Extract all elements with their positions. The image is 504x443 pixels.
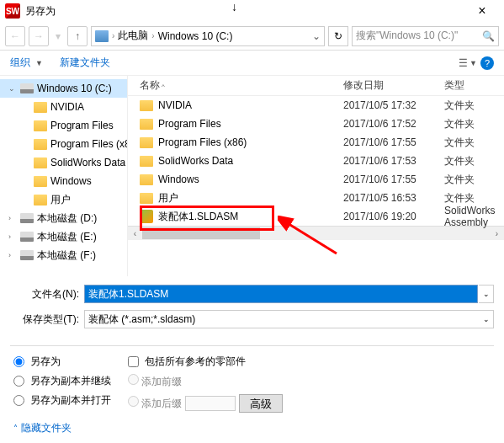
option-saveas-copy-continue[interactable]: 另存为副本并继续	[13, 374, 111, 388]
expander-icon[interactable]: ⌄	[8, 84, 17, 93]
path-dropdown-icon[interactable]: ⌄	[312, 30, 321, 42]
column-header-date[interactable]: 修改日期	[343, 78, 444, 93]
path-segment-pc[interactable]: 此电脑	[118, 29, 148, 43]
expander-icon[interactable]: ›	[8, 232, 17, 241]
nav-forward-button[interactable]: →	[29, 26, 49, 46]
file-row[interactable]: 装配体1.SLDASM2017/10/6 19:20SolidWorks Ass…	[128, 207, 504, 226]
option-add-suffix: 添加后缀	[128, 396, 182, 411]
drive-icon	[20, 250, 34, 260]
file-date: 2017/10/6 17:52	[343, 118, 444, 130]
scroll-left-icon[interactable]: ‹	[128, 229, 142, 238]
filename-dropdown[interactable]: ⌄	[479, 285, 494, 303]
solidworks-icon: SW	[5, 3, 20, 19]
folder-icon	[34, 176, 47, 187]
organize-menu[interactable]: 组织	[10, 56, 30, 70]
column-header-name[interactable]: 名称^	[128, 78, 343, 93]
file-date: 2017/10/6 17:55	[343, 136, 444, 148]
chevron-up-icon: ˄	[13, 424, 18, 433]
tree-item-label: 本地磁盘 (E:)	[37, 230, 97, 244]
file-list[interactable]: 名称^ 修改日期 类型 NVIDIA2017/10/5 17:32文件夹Prog…	[128, 76, 504, 276]
new-folder-button[interactable]: 新建文件夹	[60, 56, 110, 70]
option-saveas[interactable]: 另存为	[13, 355, 111, 369]
tree-item-label: NVIDIA	[50, 101, 84, 113]
tree-item[interactable]: ›本地磁盘 (E:)	[0, 227, 127, 246]
tree-item-label: SolidWorks Data	[50, 157, 125, 168]
search-input[interactable]: 搜索"Windows 10 (C:)" 🔍	[352, 26, 499, 46]
filetype-label: 保存类型(T):	[10, 312, 84, 327]
folder-tree[interactable]: ⌄Windows 10 (C:)NVIDIAProgram FilesProgr…	[0, 76, 128, 276]
file-row[interactable]: SolidWorks Data2017/10/6 17:53文件夹	[128, 152, 504, 170]
tree-item-label: Windows	[50, 175, 92, 187]
expander-icon[interactable]: ›	[8, 251, 17, 259]
tree-item[interactable]: Program Files	[0, 116, 127, 135]
tree-item[interactable]: SolidWorks Data	[0, 153, 127, 172]
file-type: 文件夹	[444, 136, 504, 150]
close-button[interactable]: ×	[465, 3, 499, 19]
view-options-button[interactable]: ☰▼	[459, 56, 477, 71]
file-name: 装配体1.SLDASM	[158, 210, 238, 224]
file-row[interactable]: Program Files (x86)2017/10/6 17:55文件夹	[128, 133, 504, 152]
advanced-button[interactable]: 高级	[239, 394, 283, 413]
drive-icon	[20, 83, 34, 93]
file-date: 2017/10/6 17:55	[343, 173, 444, 185]
file-row[interactable]: Program Files2017/10/6 17:52文件夹	[128, 115, 504, 133]
option-include-refs[interactable]: 包括所有参考的零部件	[128, 355, 283, 369]
folder-icon	[140, 100, 153, 111]
tree-item[interactable]: 用户	[0, 190, 127, 209]
tree-item-label: 本地磁盘 (D:)	[37, 211, 97, 226]
file-date: 2017/10/6 19:20	[343, 211, 444, 222]
folder-icon	[34, 139, 47, 150]
drive-icon	[20, 213, 34, 223]
file-type: 文件夹	[444, 99, 504, 113]
folder-icon	[140, 156, 153, 167]
folder-icon	[140, 174, 153, 185]
tree-item[interactable]: Windows	[0, 172, 127, 190]
drive-icon	[20, 232, 34, 242]
file-row[interactable]: Windows2017/10/6 17:55文件夹	[128, 170, 504, 189]
tree-item[interactable]: NVIDIA	[0, 98, 127, 116]
tree-item-label: Program Files	[50, 120, 114, 131]
tree-item[interactable]: ›本地磁盘 (F:)	[0, 246, 127, 264]
search-icon: 🔍	[482, 30, 495, 42]
scroll-thumb[interactable]	[142, 227, 260, 239]
file-name: Program Files (x86)	[158, 136, 247, 148]
search-placeholder: 搜索"Windows 10 (C:)"	[356, 29, 458, 43]
option-saveas-copy-open[interactable]: 另存为副本并打开	[13, 393, 111, 408]
path-separator-icon: ›	[112, 31, 114, 40]
file-type: 文件夹	[444, 154, 504, 168]
folder-icon	[140, 193, 153, 204]
file-name: Windows	[158, 173, 199, 185]
expander-icon[interactable]: ›	[8, 214, 17, 222]
scroll-right-icon[interactable]: ›	[490, 229, 504, 238]
tree-item[interactable]: Program Files (x86)	[0, 135, 127, 153]
tree-item[interactable]: ⌄Windows 10 (C:)	[0, 79, 127, 98]
folder-icon	[34, 195, 47, 205]
folder-icon	[34, 102, 47, 113]
assembly-icon	[140, 210, 153, 223]
nav-recent-dropdown[interactable]: ▾	[52, 26, 64, 46]
nav-back-button[interactable]: ←	[5, 26, 25, 46]
window-title: 另存为	[25, 4, 465, 19]
address-path[interactable]: › 此电脑 › Windows 10 (C:) ⌄	[91, 26, 325, 46]
path-segment-drive[interactable]: Windows 10 (C:)	[158, 30, 233, 42]
refresh-button[interactable]: ↻	[328, 26, 348, 46]
file-date: 2017/10/5 17:32	[343, 99, 444, 111]
file-name: NVIDIA	[158, 99, 192, 111]
filename-input[interactable]: 装配体1.SLDASM	[84, 285, 478, 303]
tree-item-label: Program Files (x86)	[50, 138, 128, 150]
sort-indicator-icon: ^	[162, 83, 165, 90]
filetype-select[interactable]: 装配体 (*.asm;*.sldasm)⌄	[84, 310, 494, 328]
file-row[interactable]: NVIDIA2017/10/5 17:32文件夹	[128, 96, 504, 115]
folder-icon	[34, 120, 47, 131]
tree-item[interactable]: ›本地磁盘 (D:)	[0, 209, 127, 227]
down-arrow-icon: ↓	[231, 0, 237, 13]
folder-icon	[140, 119, 153, 130]
column-header-type[interactable]: 类型	[444, 78, 504, 93]
filename-label: 文件名(N):	[10, 287, 84, 302]
file-date: 2017/10/6 17:53	[343, 155, 444, 167]
nav-up-button[interactable]: ↑	[67, 26, 88, 46]
file-name: 用户	[158, 191, 178, 205]
help-icon[interactable]: ?	[480, 56, 494, 70]
hide-folders-link[interactable]: ˄ 隐藏文件夹	[0, 421, 504, 435]
tree-item-label: Windows 10 (C:)	[37, 83, 112, 94]
